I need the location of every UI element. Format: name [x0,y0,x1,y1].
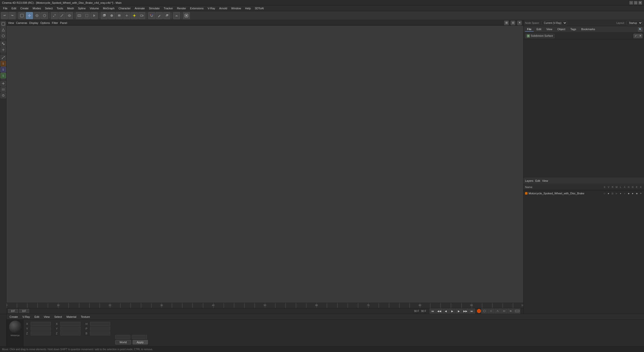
anim-prev-key[interactable]: ◀◀ [436,308,442,314]
menu-volume[interactable]: Volume [88,6,101,10]
maximize-button[interactable]: □ [634,1,637,5]
anim-step-forward[interactable]: ▶ [456,308,462,314]
menu-render[interactable]: Render [175,6,188,10]
viewport-options-2[interactable]: ⊟ [511,21,515,25]
menu-vray[interactable]: V-Ray [206,6,217,10]
anim-step-back[interactable]: ◀ [443,308,449,314]
layer-icon-v[interactable]: ■ [607,192,610,195]
anim-powerslider[interactable] [508,308,514,314]
tool-anim[interactable] [76,12,83,19]
left-tool-s2[interactable]: S [1,67,6,72]
search-objects[interactable]: 🔍 [638,27,642,32]
menu-edit[interactable]: Edit [10,6,18,10]
layout-select[interactable]: Startup [627,21,642,25]
timeline-ruler[interactable]: 0102030405060708090100 [7,303,523,308]
bottom-menu-edit[interactable]: Edit [32,315,41,319]
vp-menu-cameras[interactable]: Cameras [16,21,27,24]
tool-null[interactable] [123,12,130,19]
apply-button[interactable]: Apply [133,340,148,344]
bottom-menu-texture[interactable]: Texture [79,315,92,319]
tool-select-model[interactable] [18,12,25,19]
vp-menu-view[interactable]: View [8,21,14,24]
layer-icon-e[interactable]: ◉ [635,192,638,195]
left-tool-14[interactable] [1,93,6,98]
bottom-menu-create[interactable]: Create [8,315,20,319]
anim-play[interactable]: ▶ [449,308,455,314]
tab-edit-rm[interactable]: Edit [535,27,543,32]
redo-button[interactable]: ↪ [9,12,16,19]
left-tool-2[interactable] [1,27,6,33]
layer-icon-x[interactable]: ✕ [639,192,642,195]
layer-icon-d[interactable]: ■ [631,192,634,195]
menu-arnold[interactable]: Arnold [217,6,229,10]
menu-mesh[interactable]: Mesh [65,6,76,10]
subdivision-surface-tag[interactable]: S Subdivision Surface [525,34,555,38]
left-tool-1[interactable] [1,21,6,27]
left-tool-5[interactable] [1,47,6,53]
tool-lights[interactable] [131,12,138,19]
rot-p-input[interactable] [90,327,110,331]
menu-tracker[interactable]: Tracker [162,6,175,10]
tab-tags[interactable]: Tags [568,27,578,32]
tool-polygons[interactable] [66,12,73,19]
layers-menu-layers[interactable]: Layers [525,179,533,182]
pos-z-input[interactable] [31,331,51,335]
model-mode-input[interactable] [115,335,130,339]
menu-mograph[interactable]: MoGraph [101,6,116,10]
bottom-menu-material[interactable]: Material [64,315,78,319]
pos-y-input[interactable] [31,327,51,331]
viewport-wrapper[interactable]: Perspective Default Camera:** [7,26,523,303]
layer-icon-m[interactable]: ▷ [615,192,618,195]
nodespace-select[interactable]: Current (V-Ray) [542,21,567,25]
vp-menu-filter[interactable]: Filter [52,21,58,24]
tool-sphere[interactable] [108,12,115,19]
tab-file[interactable]: File [525,27,534,32]
tool-move[interactable] [26,12,33,19]
menu-extensions[interactable]: Extensions [188,6,206,10]
tool-points[interactable] [51,12,58,19]
rot-h-input[interactable] [90,322,110,326]
tool-camera[interactable] [138,12,145,19]
menu-help[interactable]: Help [243,6,253,10]
left-tool-3[interactable] [1,33,6,39]
left-tool-s3[interactable]: S [1,73,6,78]
tab-view-rm[interactable]: View [544,27,554,32]
tool-render-region[interactable] [83,12,90,19]
tool-cylinder[interactable] [116,12,123,19]
tool-scale[interactable] [33,12,41,19]
layers-menu-view[interactable]: View [542,179,548,182]
tool-edges[interactable] [58,12,65,19]
tool-knife[interactable] [156,12,163,19]
anim-key-all[interactable] [488,308,494,314]
tab-object[interactable]: Object [555,27,567,32]
menu-character[interactable]: Character [116,6,133,10]
rot-b-input[interactable] [90,331,110,335]
vp-menu-panel[interactable]: Panel [60,21,67,24]
anim-go-end[interactable]: ⏭ [469,308,475,314]
bottom-menu-vray[interactable]: V-Ray [20,315,32,319]
tool-rotate[interactable] [41,12,48,19]
tag-options[interactable]: ✓ [633,34,638,38]
tool-magnet[interactable] [148,12,155,19]
tool-deformer[interactable] [173,12,180,19]
tool-render[interactable] [91,12,98,19]
layer-icon-r[interactable]: ◫ [611,192,614,195]
world-button[interactable]: World [115,340,131,344]
layer-row-motorcycle[interactable]: Motorcycle_Spoked_Wheel_with_Disc_Brake … [524,191,643,196]
anim-autokey[interactable] [481,308,488,314]
menu-3dtoai[interactable]: 3DToAI [253,6,266,10]
pos-x-input[interactable] [31,322,51,326]
bottom-menu-view[interactable]: View [42,315,52,319]
close-button[interactable]: ✕ [638,1,642,5]
tool-render-view[interactable] [183,12,190,19]
menu-animate[interactable]: Animate [133,6,147,10]
anim-motion-clip[interactable] [501,308,507,314]
viewport-maximize[interactable]: ⊞ [504,21,509,25]
left-tool-layers[interactable] [1,87,6,92]
left-tool-s1[interactable]: S [1,61,6,66]
menu-spline[interactable]: Spline [76,6,88,10]
layers-menu-edit[interactable]: Edit [535,179,540,182]
layer-icon-g[interactable]: ◆ [627,192,630,195]
anim-go-start[interactable]: ⏮ [430,308,436,314]
size-y-input[interactable] [60,327,80,331]
